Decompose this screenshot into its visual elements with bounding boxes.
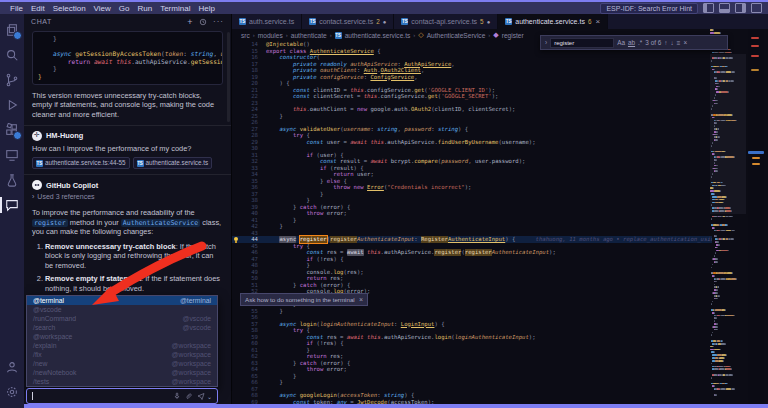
tab-close-icon[interactable]: × bbox=[595, 17, 600, 26]
suggest-detail-tooltip: Ask how to do something in the terminal … bbox=[240, 293, 368, 306]
suggest-row-terminal[interactable]: @terminal@terminal bbox=[27, 296, 217, 305]
toggle-secondary-sidebar-icon[interactable] bbox=[735, 3, 746, 13]
ts-file-icon: TS bbox=[505, 18, 512, 25]
extensions-badge bbox=[13, 131, 22, 140]
breadcrumb-item-authenticate[interactable]: authenticate bbox=[291, 32, 327, 39]
suggest-detail: @workspace bbox=[172, 360, 211, 367]
tab-label: authenticate.service.ts bbox=[515, 18, 585, 25]
activity-search-icon[interactable] bbox=[4, 47, 20, 63]
suggest-row-vscode[interactable]: @vscode bbox=[27, 305, 217, 314]
minimap[interactable] bbox=[710, 29, 746, 404]
chat-panel: CHAT + ··· } async getSessionByAccessTok… bbox=[24, 14, 232, 404]
toggle-panel-icon[interactable] bbox=[719, 3, 730, 13]
menu-go[interactable]: Go bbox=[119, 4, 130, 13]
activity-chat-icon[interactable] bbox=[4, 197, 20, 213]
assistant-message-header: GitHub Copilot bbox=[32, 180, 223, 190]
find-in-selection-icon[interactable]: ≡ bbox=[677, 39, 681, 46]
activity-run-debug-icon[interactable] bbox=[4, 97, 20, 113]
espidf-search-error-hint[interactable]: ESP-IDF: Search Error Hint bbox=[600, 3, 698, 14]
menu-help[interactable]: Help bbox=[198, 4, 214, 13]
chat-history-icon[interactable] bbox=[199, 18, 207, 26]
tab-auth.service.ts[interactable]: TSauth.service.ts bbox=[232, 14, 302, 29]
tab-contact.service.ts[interactable]: TScontact.service.ts2● bbox=[302, 14, 394, 29]
chat-input[interactable]: ⌄ bbox=[26, 388, 218, 404]
file-reference-chip[interactable]: TSauthenticate.service.ts:44-55 bbox=[32, 157, 130, 169]
chip-label: authenticate.service.ts bbox=[146, 159, 209, 167]
explorer-badge bbox=[13, 31, 22, 40]
breadcrumb-item-modules[interactable]: modules bbox=[258, 32, 283, 39]
ruler-find-match-mark bbox=[752, 157, 760, 159]
activity-explorer-icon[interactable] bbox=[4, 22, 20, 38]
regex-icon[interactable]: .* bbox=[638, 39, 642, 46]
chat-summary-text: This version removes unnecessary try-cat… bbox=[32, 91, 223, 119]
suggest-row-runCommand[interactable]: /runCommand@vscode bbox=[27, 314, 217, 323]
inline-code: register bbox=[32, 219, 68, 227]
mic-icon[interactable] bbox=[173, 392, 181, 400]
lightbulb-icon[interactable] bbox=[234, 237, 238, 241]
suggest-row-search[interactable]: /search@vscode bbox=[27, 323, 217, 332]
menu-terminal[interactable]: Terminal bbox=[160, 4, 190, 13]
suggest-row-new[interactable]: /new@workspace bbox=[27, 359, 217, 368]
ruler-error-mark bbox=[751, 37, 759, 39]
suggest-row-tests[interactable]: /tests@workspace bbox=[27, 377, 217, 386]
close-icon[interactable]: × bbox=[359, 296, 363, 303]
ts-file-icon: TS bbox=[335, 32, 342, 39]
find-expand-chevron-icon[interactable]: › bbox=[545, 39, 547, 46]
copilot-avatar bbox=[32, 180, 42, 190]
tab-contact-api.service.ts[interactable]: TScontact-api.service.ts5● bbox=[394, 14, 498, 29]
menu-file[interactable]: File bbox=[10, 4, 23, 13]
tab-label: auth.service.ts bbox=[249, 18, 294, 25]
chevron-right-icon: › bbox=[32, 193, 34, 202]
suggest-detail: @terminal bbox=[180, 297, 211, 304]
attach-icon[interactable] bbox=[185, 392, 193, 400]
suggest-label: /explain bbox=[33, 342, 56, 349]
suggestion-title: Remove empty if statement bbox=[45, 274, 141, 283]
suggest-row-fix[interactable]: /fix@workspace bbox=[27, 350, 217, 359]
breadcrumb-item-authenticate.service.ts[interactable]: authenticate.service.ts bbox=[345, 32, 411, 39]
match-case-icon[interactable]: Aa bbox=[617, 39, 625, 46]
suggest-row-explain[interactable]: /explain@workspace bbox=[27, 341, 217, 350]
menu-selection[interactable]: Selection bbox=[53, 4, 86, 13]
used-references-toggle[interactable]: ›Used 3 references bbox=[32, 193, 223, 202]
customize-layout-icon[interactable] bbox=[751, 3, 762, 13]
tab-authenticate.service.ts[interactable]: TSauthenticate.service.ts6× bbox=[498, 14, 608, 29]
send-icon[interactable] bbox=[197, 392, 205, 400]
new-chat-icon[interactable]: + bbox=[187, 18, 193, 26]
file-reference-chip[interactable]: TSauthenticate.service.ts bbox=[133, 157, 213, 169]
toggle-primary-sidebar-icon[interactable] bbox=[703, 3, 714, 13]
activity-remote-icon[interactable] bbox=[4, 147, 20, 163]
activity-source-control-icon[interactable] bbox=[4, 72, 20, 88]
close-find-icon[interactable]: × bbox=[683, 39, 687, 46]
minimap-line bbox=[710, 394, 746, 397]
previous-match-icon[interactable]: ↑ bbox=[664, 39, 667, 46]
chat-more-actions-icon[interactable]: ··· bbox=[213, 17, 224, 26]
breadcrumb-item-register[interactable]: register bbox=[502, 32, 524, 39]
next-match-icon[interactable]: ↓ bbox=[671, 39, 674, 46]
editor-area: TSauth.service.tsTScontact.service.ts2●T… bbox=[232, 14, 768, 404]
settings-gear-icon[interactable] bbox=[4, 384, 20, 400]
whole-word-icon[interactable]: ab bbox=[628, 39, 635, 46]
accounts-icon[interactable] bbox=[4, 359, 20, 375]
assistant-intro: To improve the performance and readabili… bbox=[32, 208, 223, 236]
chat-panel-header: CHAT + ··· bbox=[24, 14, 231, 29]
menu-edit[interactable]: Edit bbox=[31, 4, 45, 13]
code-editor[interactable]: 14@Injectable()15export class Authentica… bbox=[232, 41, 712, 404]
send-options-caret-icon[interactable]: ⌄ bbox=[207, 393, 212, 400]
tab-problems-badge: 5 bbox=[480, 18, 484, 25]
chevron-right-icon: › bbox=[330, 32, 332, 38]
activity-testing-icon[interactable] bbox=[4, 172, 20, 188]
tab-dirty-icon: ● bbox=[383, 19, 387, 25]
find-input[interactable]: register bbox=[550, 38, 614, 48]
suggest-detail: @workspace bbox=[172, 369, 211, 376]
breadcrumb-item-AuthenticateService[interactable]: AuthenticateService bbox=[427, 32, 486, 39]
activity-extensions-icon[interactable] bbox=[4, 122, 20, 138]
breadcrumb-item-src[interactable]: src bbox=[241, 32, 250, 39]
suggest-row-workspace[interactable]: @workspace bbox=[27, 332, 217, 341]
menu-run[interactable]: Run bbox=[137, 4, 152, 13]
chat-code-line: } bbox=[38, 65, 217, 73]
menu-view[interactable]: View bbox=[94, 4, 111, 13]
window-top-border bbox=[0, 0, 768, 2]
tab-dirty-icon: ● bbox=[487, 19, 491, 25]
chevron-right-icon: › bbox=[253, 32, 255, 38]
suggest-row-newNotebook[interactable]: /newNotebook@workspace bbox=[27, 368, 217, 377]
